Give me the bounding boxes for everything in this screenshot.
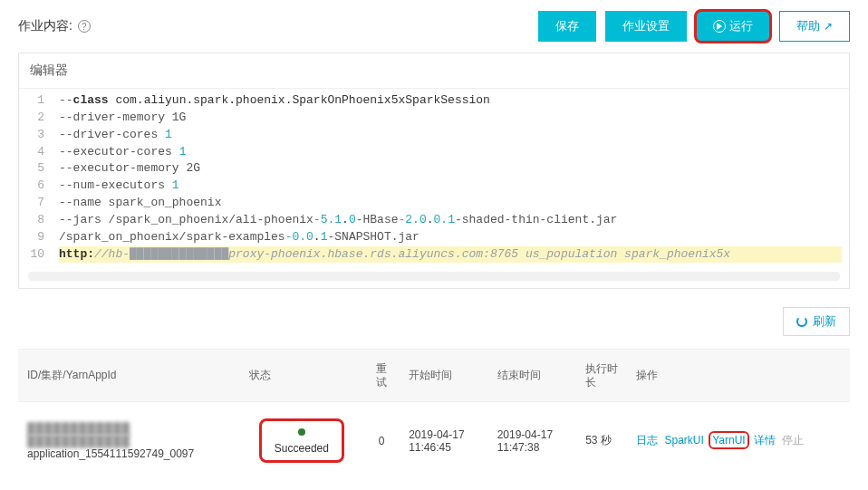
play-icon [713,20,726,33]
settings-button[interactable]: 作业设置 [605,11,687,42]
run-button[interactable]: 运行 [696,11,770,42]
cell-start: 2019-04-1711:46:45 [400,402,487,480]
yarnui-link[interactable]: YarnUI [710,433,747,447]
masked-id: ████████████ [27,422,231,435]
detail-link[interactable]: 详情 [754,434,776,447]
th-status: 状态 [240,350,364,402]
code-content[interactable]: --class com.aliyun.spark.phoenix.SparkOn… [55,89,849,266]
help-tooltip-icon[interactable]: ? [78,20,91,33]
editor-title: 编辑器 [19,53,849,89]
header-actions: 保存 作业设置 运行 帮助↗ [538,11,850,42]
th-start: 开始时间 [400,350,487,402]
yarn-app-id: application_1554111592749_0097 [27,447,231,460]
code-editor[interactable]: 12345678910 --class com.aliyun.spark.pho… [19,89,849,281]
th-id: ID/集群/YarnAppId [18,350,240,402]
line-gutter: 12345678910 [19,89,55,266]
cell-ops: 日志 SparkUI YarnUI 详情 停止 [627,402,850,480]
header-bar: 作业内容: ? 保存 作业设置 运行 帮助↗ [0,0,868,53]
title-text: 作业内容: [18,18,72,34]
page-title: 作业内容: ? [18,18,91,34]
runs-table: ID/集群/YarnAppId 状态 重试 开始时间 结束时间 执行时长 操作 … [0,349,868,490]
table-row: ████████████ ████████████ application_15… [18,402,850,480]
th-end: 结束时间 [488,350,576,402]
horizontal-scrollbar[interactable] [28,272,840,281]
refresh-button[interactable]: 刷新 [783,307,850,336]
help-button[interactable]: 帮助↗ [779,11,850,42]
status-badge: Succeeded [259,418,344,463]
cell-duration: 53 秒 [576,402,627,480]
th-retry: 重试 [363,350,400,402]
refresh-icon [796,316,807,327]
save-button[interactable]: 保存 [538,11,596,42]
status-dot-icon [298,428,305,436]
cell-end: 2019-04-1711:47:38 [488,402,576,480]
masked-cluster: ████████████ [27,435,231,447]
stop-link: 停止 [782,434,804,447]
th-ops: 操作 [627,350,850,402]
th-duration: 执行时长 [576,350,627,402]
cell-retry: 0 [363,402,400,480]
editor-panel: 编辑器 12345678910 --class com.aliyun.spark… [18,53,850,289]
cell-status: Succeeded [240,402,364,480]
log-link[interactable]: 日志 [636,434,658,447]
cell-id: ████████████ ████████████ application_15… [18,402,240,480]
sparkui-link[interactable]: SparkUI [665,434,704,447]
external-link-icon: ↗ [824,20,833,33]
